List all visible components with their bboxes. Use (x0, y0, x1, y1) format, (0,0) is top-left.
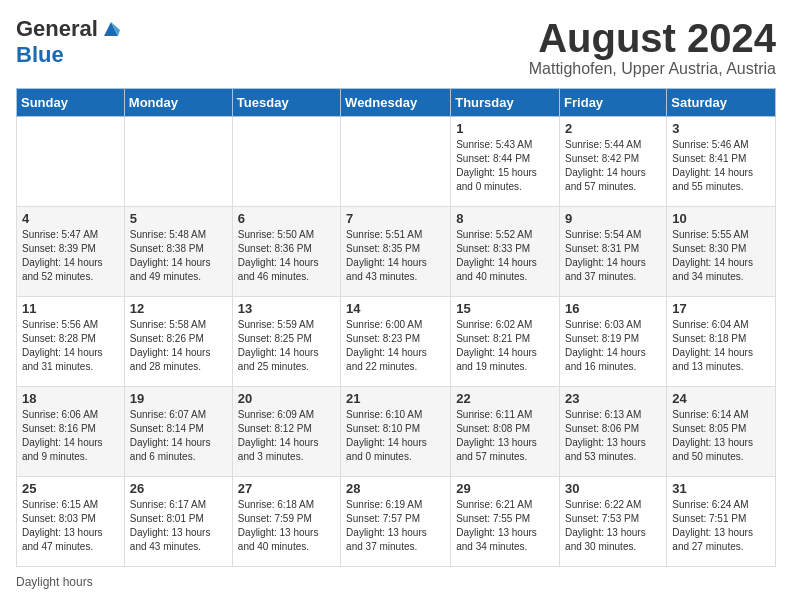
day-number: 6 (238, 211, 335, 226)
footer: Daylight hours (16, 575, 776, 589)
calendar-day-cell: 7Sunrise: 5:51 AMSunset: 8:35 PMDaylight… (341, 207, 451, 297)
weekday-header: Friday (560, 89, 667, 117)
weekday-header: Wednesday (341, 89, 451, 117)
calendar-day-cell: 8Sunrise: 5:52 AMSunset: 8:33 PMDaylight… (451, 207, 560, 297)
calendar-week-row: 4Sunrise: 5:47 AMSunset: 8:39 PMDaylight… (17, 207, 776, 297)
day-number: 23 (565, 391, 661, 406)
calendar-day-cell: 18Sunrise: 6:06 AMSunset: 8:16 PMDayligh… (17, 387, 125, 477)
calendar-day-cell: 15Sunrise: 6:02 AMSunset: 8:21 PMDayligh… (451, 297, 560, 387)
calendar-day-cell: 31Sunrise: 6:24 AMSunset: 7:51 PMDayligh… (667, 477, 776, 567)
day-number: 20 (238, 391, 335, 406)
day-info: Sunrise: 6:21 AMSunset: 7:55 PMDaylight:… (456, 498, 554, 554)
day-number: 25 (22, 481, 119, 496)
calendar-week-row: 25Sunrise: 6:15 AMSunset: 8:03 PMDayligh… (17, 477, 776, 567)
day-number: 27 (238, 481, 335, 496)
calendar-day-cell: 3Sunrise: 5:46 AMSunset: 8:41 PMDaylight… (667, 117, 776, 207)
day-number: 16 (565, 301, 661, 316)
calendar-day-cell: 29Sunrise: 6:21 AMSunset: 7:55 PMDayligh… (451, 477, 560, 567)
page-header: General Blue August 2024 Mattighofen, Up… (16, 16, 776, 78)
calendar-day-cell: 9Sunrise: 5:54 AMSunset: 8:31 PMDaylight… (560, 207, 667, 297)
day-info: Sunrise: 5:48 AMSunset: 8:38 PMDaylight:… (130, 228, 227, 284)
day-info: Sunrise: 5:56 AMSunset: 8:28 PMDaylight:… (22, 318, 119, 374)
calendar-day-cell: 25Sunrise: 6:15 AMSunset: 8:03 PMDayligh… (17, 477, 125, 567)
calendar-week-row: 1Sunrise: 5:43 AMSunset: 8:44 PMDaylight… (17, 117, 776, 207)
logo: General Blue (16, 16, 122, 68)
weekday-header: Monday (124, 89, 232, 117)
day-info: Sunrise: 6:15 AMSunset: 8:03 PMDaylight:… (22, 498, 119, 554)
calendar-day-cell: 10Sunrise: 5:55 AMSunset: 8:30 PMDayligh… (667, 207, 776, 297)
calendar-day-cell (124, 117, 232, 207)
day-info: Sunrise: 6:07 AMSunset: 8:14 PMDaylight:… (130, 408, 227, 464)
day-info: Sunrise: 5:44 AMSunset: 8:42 PMDaylight:… (565, 138, 661, 194)
day-info: Sunrise: 6:06 AMSunset: 8:16 PMDaylight:… (22, 408, 119, 464)
calendar-day-cell: 28Sunrise: 6:19 AMSunset: 7:57 PMDayligh… (341, 477, 451, 567)
day-number: 12 (130, 301, 227, 316)
day-info: Sunrise: 6:18 AMSunset: 7:59 PMDaylight:… (238, 498, 335, 554)
day-info: Sunrise: 6:11 AMSunset: 8:08 PMDaylight:… (456, 408, 554, 464)
calendar-week-row: 11Sunrise: 5:56 AMSunset: 8:28 PMDayligh… (17, 297, 776, 387)
day-info: Sunrise: 6:00 AMSunset: 8:23 PMDaylight:… (346, 318, 445, 374)
day-info: Sunrise: 6:14 AMSunset: 8:05 PMDaylight:… (672, 408, 770, 464)
calendar-day-cell: 19Sunrise: 6:07 AMSunset: 8:14 PMDayligh… (124, 387, 232, 477)
day-number: 15 (456, 301, 554, 316)
calendar-day-cell: 26Sunrise: 6:17 AMSunset: 8:01 PMDayligh… (124, 477, 232, 567)
day-info: Sunrise: 5:47 AMSunset: 8:39 PMDaylight:… (22, 228, 119, 284)
day-info: Sunrise: 6:13 AMSunset: 8:06 PMDaylight:… (565, 408, 661, 464)
calendar-day-cell: 22Sunrise: 6:11 AMSunset: 8:08 PMDayligh… (451, 387, 560, 477)
day-number: 29 (456, 481, 554, 496)
title-section: August 2024 Mattighofen, Upper Austria, … (529, 16, 776, 78)
day-number: 24 (672, 391, 770, 406)
calendar-day-cell: 21Sunrise: 6:10 AMSunset: 8:10 PMDayligh… (341, 387, 451, 477)
calendar-table: SundayMondayTuesdayWednesdayThursdayFrid… (16, 88, 776, 567)
day-info: Sunrise: 6:09 AMSunset: 8:12 PMDaylight:… (238, 408, 335, 464)
day-number: 8 (456, 211, 554, 226)
calendar-day-cell: 6Sunrise: 5:50 AMSunset: 8:36 PMDaylight… (232, 207, 340, 297)
day-number: 22 (456, 391, 554, 406)
calendar-day-cell (232, 117, 340, 207)
calendar-day-cell: 14Sunrise: 6:00 AMSunset: 8:23 PMDayligh… (341, 297, 451, 387)
day-number: 18 (22, 391, 119, 406)
day-info: Sunrise: 5:58 AMSunset: 8:26 PMDaylight:… (130, 318, 227, 374)
calendar-day-cell: 27Sunrise: 6:18 AMSunset: 7:59 PMDayligh… (232, 477, 340, 567)
calendar-day-cell: 13Sunrise: 5:59 AMSunset: 8:25 PMDayligh… (232, 297, 340, 387)
day-info: Sunrise: 5:54 AMSunset: 8:31 PMDaylight:… (565, 228, 661, 284)
day-number: 14 (346, 301, 445, 316)
day-info: Sunrise: 5:46 AMSunset: 8:41 PMDaylight:… (672, 138, 770, 194)
day-number: 2 (565, 121, 661, 136)
day-number: 7 (346, 211, 445, 226)
day-info: Sunrise: 6:17 AMSunset: 8:01 PMDaylight:… (130, 498, 227, 554)
day-number: 11 (22, 301, 119, 316)
day-info: Sunrise: 6:10 AMSunset: 8:10 PMDaylight:… (346, 408, 445, 464)
weekday-header: Thursday (451, 89, 560, 117)
calendar-header-row: SundayMondayTuesdayWednesdayThursdayFrid… (17, 89, 776, 117)
day-number: 9 (565, 211, 661, 226)
day-number: 4 (22, 211, 119, 226)
logo-icon (100, 18, 122, 40)
calendar-day-cell: 16Sunrise: 6:03 AMSunset: 8:19 PMDayligh… (560, 297, 667, 387)
calendar-week-row: 18Sunrise: 6:06 AMSunset: 8:16 PMDayligh… (17, 387, 776, 477)
day-number: 13 (238, 301, 335, 316)
day-number: 21 (346, 391, 445, 406)
day-number: 5 (130, 211, 227, 226)
weekday-header: Tuesday (232, 89, 340, 117)
calendar-day-cell: 23Sunrise: 6:13 AMSunset: 8:06 PMDayligh… (560, 387, 667, 477)
day-number: 31 (672, 481, 770, 496)
day-info: Sunrise: 6:03 AMSunset: 8:19 PMDaylight:… (565, 318, 661, 374)
day-info: Sunrise: 5:51 AMSunset: 8:35 PMDaylight:… (346, 228, 445, 284)
day-number: 10 (672, 211, 770, 226)
calendar-day-cell: 11Sunrise: 5:56 AMSunset: 8:28 PMDayligh… (17, 297, 125, 387)
day-info: Sunrise: 5:52 AMSunset: 8:33 PMDaylight:… (456, 228, 554, 284)
calendar-day-cell (17, 117, 125, 207)
calendar-day-cell: 1Sunrise: 5:43 AMSunset: 8:44 PMDaylight… (451, 117, 560, 207)
day-info: Sunrise: 6:04 AMSunset: 8:18 PMDaylight:… (672, 318, 770, 374)
day-info: Sunrise: 6:24 AMSunset: 7:51 PMDaylight:… (672, 498, 770, 554)
calendar-day-cell (341, 117, 451, 207)
calendar-day-cell: 20Sunrise: 6:09 AMSunset: 8:12 PMDayligh… (232, 387, 340, 477)
weekday-header: Sunday (17, 89, 125, 117)
day-info: Sunrise: 6:02 AMSunset: 8:21 PMDaylight:… (456, 318, 554, 374)
location-text: Mattighofen, Upper Austria, Austria (529, 60, 776, 78)
day-number: 3 (672, 121, 770, 136)
calendar-day-cell: 12Sunrise: 5:58 AMSunset: 8:26 PMDayligh… (124, 297, 232, 387)
day-number: 1 (456, 121, 554, 136)
logo-blue-text: Blue (16, 42, 64, 67)
